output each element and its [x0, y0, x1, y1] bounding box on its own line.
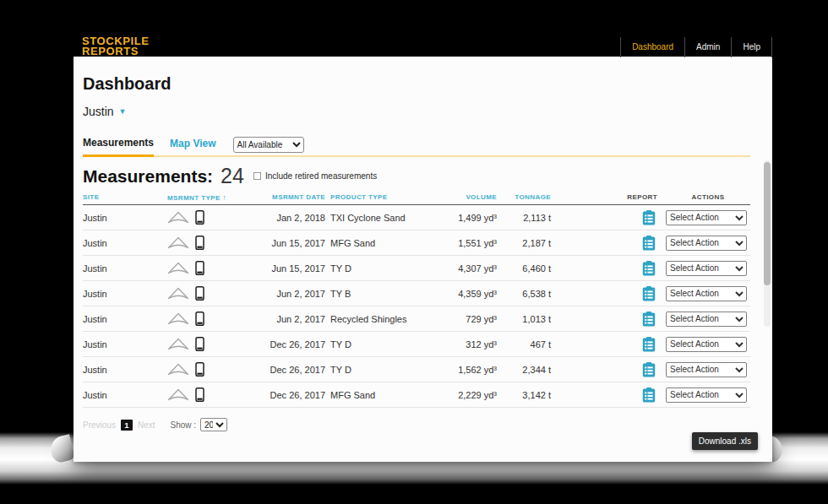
table-row: Justin Jun 2, 2017 Recycled Shingles 729… — [83, 306, 750, 332]
actions-cell: Select Action — [666, 387, 750, 403]
sort-asc-icon: ↑ — [222, 193, 226, 202]
volume-cell: 4,359 yd³ — [438, 289, 498, 299]
report-icon[interactable] — [642, 337, 656, 352]
measurements-table: SITE MSRMNT TYPE ↑ MSRMNT DATE PRODUCT T… — [83, 193, 750, 408]
col-header-volume[interactable]: VOLUME — [438, 193, 498, 201]
report-cell — [558, 362, 666, 377]
product-type-cell: MFG Sand — [325, 238, 438, 248]
product-type-cell: Recycled Shingles — [325, 314, 438, 324]
drone-icon — [167, 211, 189, 224]
retired-checkbox-label: Include retired measurements — [265, 171, 377, 181]
msrmnt-date-cell: Jun 2, 2017 — [243, 289, 325, 299]
scrollbar-track[interactable] — [764, 160, 771, 327]
nav-item-help[interactable]: Help — [731, 37, 771, 57]
action-select[interactable]: Select Action — [666, 337, 747, 352]
previous-page-button[interactable]: Previous — [83, 420, 116, 430]
report-icon[interactable] — [642, 236, 656, 251]
product-type-cell: TY D — [325, 365, 438, 375]
chevron-down-icon: ▼ — [119, 107, 127, 116]
msrmnt-type-cell — [167, 286, 243, 301]
volume-cell: 1,551 yd³ — [438, 238, 498, 248]
site-cell: Justin — [83, 213, 167, 223]
nav-item-dashboard[interactable]: Dashboard — [620, 37, 684, 57]
site-cell: Justin — [83, 339, 167, 350]
volume-cell: 4,307 yd³ — [438, 263, 498, 274]
volume-cell: 729 yd³ — [438, 314, 498, 324]
col-header-tonnage[interactable]: TONNAGE — [498, 193, 558, 201]
action-select[interactable]: Select Action — [666, 362, 747, 377]
action-select[interactable]: Select Action — [666, 236, 747, 251]
user-name: Justin — [83, 105, 114, 118]
phone-icon — [195, 337, 204, 351]
action-select[interactable]: Select Action — [666, 387, 747, 403]
nav-item-admin[interactable]: Admin — [684, 37, 731, 57]
product-type-cell: MFG Sand — [325, 390, 438, 400]
action-select[interactable]: Select Action — [666, 286, 747, 301]
actions-cell: Select Action — [666, 362, 750, 377]
volume-cell: 312 yd³ — [438, 339, 498, 350]
site-cell: Justin — [83, 289, 167, 299]
msrmnt-date-cell: Dec 26, 2017 — [243, 365, 325, 375]
report-icon[interactable] — [642, 387, 656, 403]
drone-icon — [167, 338, 189, 350]
phone-icon — [195, 312, 204, 326]
drone-icon — [167, 236, 189, 249]
msrmnt-date-cell: Dec 26, 2017 — [243, 390, 325, 400]
tab-map-view[interactable]: Map View — [170, 138, 215, 155]
col-header-site[interactable]: SITE — [83, 193, 167, 201]
table-row: Justin Dec 26, 2017 MFG Sand 2,229 yd³ 3… — [83, 382, 750, 408]
retired-checkbox[interactable] — [253, 172, 261, 180]
tonnage-cell: 6,538 t — [498, 289, 558, 299]
report-cell — [558, 387, 666, 403]
report-cell — [558, 286, 666, 301]
table-row: Justin Dec 26, 2017 TY D 312 yd³ 467 t S… — [83, 332, 750, 357]
scrollbar-thumb[interactable] — [764, 162, 771, 285]
download-xls-button[interactable]: Download .xls — [692, 432, 758, 450]
availability-filter-select[interactable]: All Available — [233, 137, 304, 153]
tonnage-cell: 2,344 t — [498, 365, 558, 375]
site-cell: Justin — [83, 238, 167, 248]
report-icon[interactable] — [642, 261, 656, 276]
current-page-button[interactable]: 1 — [121, 420, 133, 431]
table-header-row: SITE MSRMNT TYPE ↑ MSRMNT DATE PRODUCT T… — [83, 193, 750, 205]
page-size-select[interactable]: 20 — [200, 418, 227, 431]
tabs-bar: Measurements Map View All Available — [83, 137, 750, 157]
col-header-actions: ACTIONS — [666, 193, 750, 201]
action-select[interactable]: Select Action — [666, 312, 747, 327]
report-icon[interactable] — [642, 286, 656, 301]
phone-icon — [195, 387, 204, 402]
tonnage-cell: 1,013 t — [498, 314, 558, 324]
measurements-heading: Measurements: — [83, 166, 213, 187]
tonnage-cell: 467 t — [498, 339, 558, 350]
user-dropdown[interactable]: Justin ▼ — [83, 105, 127, 118]
brand-logo[interactable]: STOCKPILE REPORTS — [82, 36, 150, 56]
report-icon[interactable] — [642, 362, 656, 377]
action-select[interactable]: Select Action — [666, 210, 747, 225]
phone-icon — [195, 236, 204, 250]
show-label: Show : — [170, 420, 196, 430]
drone-icon — [167, 363, 189, 376]
actions-cell: Select Action — [666, 337, 750, 352]
report-cell — [558, 236, 666, 251]
tonnage-cell: 2,187 t — [498, 238, 558, 248]
msrmnt-date-cell: Dec 26, 2017 — [243, 339, 325, 350]
site-cell: Justin — [83, 390, 167, 400]
table-row: Justin Jun 15, 2017 TY D 4,307 yd³ 6,460… — [83, 256, 750, 281]
action-select[interactable]: Select Action — [666, 261, 747, 276]
volume-cell: 1,499 yd³ — [438, 213, 498, 223]
col-header-product-type[interactable]: PRODUCT TYPE — [325, 193, 438, 201]
col-header-report: REPORT — [558, 193, 666, 201]
col-header-msrmnt-type[interactable]: MSRMNT TYPE ↑ — [167, 193, 243, 202]
phone-icon — [195, 286, 204, 301]
report-icon[interactable] — [642, 312, 656, 327]
tonnage-cell: 3,142 t — [498, 390, 558, 400]
actions-cell: Select Action — [666, 286, 750, 301]
next-page-button[interactable]: Next — [138, 420, 155, 430]
site-cell: Justin — [83, 314, 167, 324]
col-header-msrmnt-date[interactable]: MSRMNT DATE — [243, 193, 325, 201]
msrmnt-type-cell — [167, 236, 243, 250]
report-icon[interactable] — [642, 210, 656, 225]
tab-measurements[interactable]: Measurements — [83, 137, 154, 157]
brand-logo-line2: REPORTS — [82, 46, 150, 57]
volume-cell: 2,229 yd³ — [438, 390, 498, 400]
